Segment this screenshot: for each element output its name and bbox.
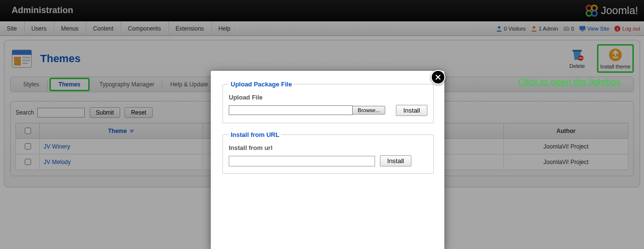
logout-icon: ! [614,25,621,32]
install-lightbox: Upload Package File Upload File Browse..… [211,71,444,249]
install-icon [608,48,623,62]
check-all[interactable] [25,128,31,134]
delete-button-label: Delete [569,63,585,69]
menu-components[interactable]: Components [121,22,168,35]
row-checkbox[interactable] [25,143,31,149]
tab-help-update[interactable]: Help & Update [162,79,216,90]
page-title: Themes [40,52,80,65]
svg-rect-19 [579,58,583,59]
install-url-input[interactable] [229,156,375,166]
svg-rect-12 [12,50,31,55]
install-from-url-fieldset: Install from URL Install from url Instal… [222,131,434,174]
status-messages[interactable]: 0 [563,25,574,32]
status-view-site[interactable]: View Site [579,25,610,32]
svg-rect-6 [563,27,569,31]
status-admin[interactable]: 1 Admin [531,25,558,32]
status-visitors[interactable]: 0 Visitors [496,25,526,32]
cell-author: JoomlaVi! Project [504,139,628,154]
upload-file-input[interactable] [229,105,353,115]
status-logout[interactable]: ! Log out [614,25,640,32]
svg-rect-15 [22,60,30,61]
install-theme-button[interactable]: Install theme [597,44,634,73]
menu-site[interactable]: Site [0,22,24,35]
annotation-text: Click to open the lightbox [518,77,621,87]
monitor-icon [579,25,586,32]
col-theme[interactable]: Theme [40,123,203,139]
svg-rect-17 [573,50,582,52]
svg-rect-14 [22,57,30,58]
upload-package-fieldset: Upload Package File Upload File Browse..… [222,81,434,123]
upload-file-label: Upload File [229,94,427,101]
status-logout-text: Log out [622,26,640,32]
status-messages-text: 0 [571,26,574,32]
url-install-button[interactable]: Install [380,155,411,166]
toolbar: Delete Install theme [559,44,634,73]
svg-rect-21 [613,57,618,58]
reset-button[interactable]: Reset [125,107,152,118]
menu-users[interactable]: Users [24,22,54,35]
status-admin-text: 1 Admin [539,26,558,32]
url-label: Install from url [229,144,427,151]
themes-component-icon [10,47,33,70]
theme-link[interactable]: JV Melody [44,159,71,166]
tab-themes[interactable]: Themes [49,78,90,91]
menu-menus[interactable]: Menus [54,22,86,35]
menu-help[interactable]: Help [211,22,238,35]
admin-header: Administration Joomla! [0,0,644,21]
svg-rect-13 [14,57,21,66]
status-view-site-text: View Site [587,26,610,32]
close-icon [435,74,441,80]
svg-rect-8 [581,31,583,32]
theme-link[interactable]: JV Winery [44,143,70,150]
install-theme-button-label: Install theme [600,64,630,69]
row-checkbox[interactable] [25,159,31,165]
cell-author: JoomlaVi! Project [504,154,628,170]
col-theme-label: Theme [108,128,127,134]
menu-extensions[interactable]: Extensions [168,22,211,35]
col-checkbox [16,123,40,139]
svg-point-5 [533,26,535,29]
user-icon [496,25,503,32]
upload-install-button[interactable]: Install [396,105,427,116]
joomla-brand: Joomla! [585,4,638,17]
svg-rect-7 [580,26,585,30]
submit-button[interactable]: Submit [90,107,120,118]
sort-asc-icon [129,129,134,133]
tab-typography[interactable]: Typography Manager [92,79,162,90]
svg-rect-16 [22,63,28,64]
url-legend: Install from URL [229,131,281,138]
admin-title: Administration [12,5,73,16]
browse-button[interactable]: Browse... [353,106,385,115]
search-input[interactable] [37,108,85,117]
lightbox-close-button[interactable] [431,70,445,84]
svg-text:!: ! [617,26,618,32]
status-visitors-text: 0 Visitors [504,26,526,32]
joomla-logo-icon [585,4,598,17]
main-menu: Site Users Menus Content Components Exte… [0,22,238,35]
brand-text: Joomla! [601,4,638,17]
trash-icon [570,47,584,62]
mail-icon [563,25,570,32]
delete-button[interactable]: Delete [559,44,595,72]
search-label: Search [16,109,34,116]
upload-legend: Upload Package File [229,81,294,88]
admin-icon [531,25,537,32]
tab-styles[interactable]: Styles [16,79,47,90]
svg-point-4 [498,26,500,29]
svg-point-3 [592,11,597,16]
status-bar: 0 Visitors 1 Admin 0 View Site ! Log out [496,22,640,35]
menu-content[interactable]: Content [86,22,121,35]
menu-bar: Site Users Menus Content Components Exte… [0,21,644,36]
col-author[interactable]: Author [504,123,628,139]
